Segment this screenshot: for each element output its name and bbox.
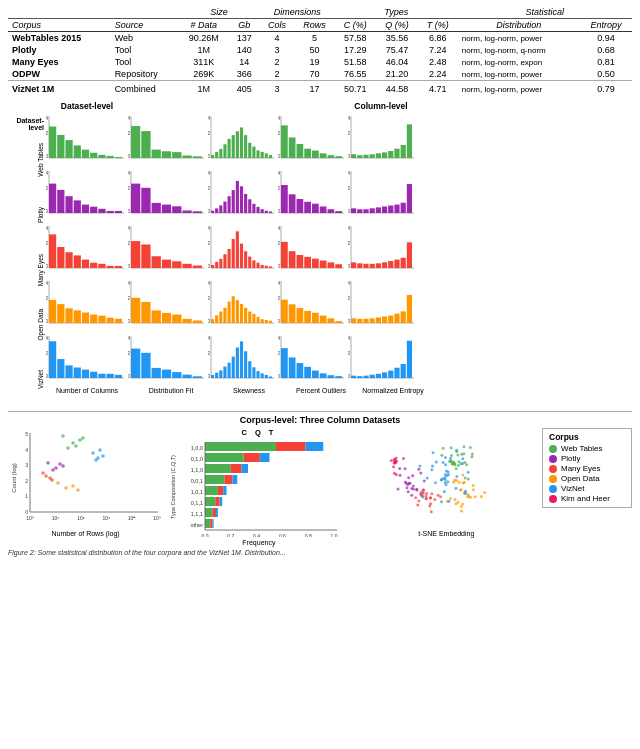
svg-text:0.4: 0.4	[278, 226, 280, 231]
svg-rect-256	[223, 308, 226, 323]
dist-fit-chart: 0.00.20.4	[128, 332, 206, 386]
svg-rect-286	[351, 318, 356, 323]
dist-fit-chart: 0.00.20.4	[128, 167, 206, 221]
svg-text:0.0: 0.0	[278, 319, 280, 324]
svg-rect-190	[256, 263, 259, 268]
svg-rect-11	[98, 155, 105, 158]
svg-rect-206	[335, 264, 342, 268]
svg-rect-288	[363, 319, 368, 323]
svg-rect-231	[82, 313, 89, 324]
svg-rect-235	[115, 319, 122, 323]
skewness-chart: 0.00.20.4	[208, 167, 276, 221]
svg-rect-247	[193, 320, 202, 323]
entropy-chart: 0.00.20.4	[348, 167, 416, 221]
svg-rect-71	[394, 149, 399, 158]
svg-rect-367	[394, 368, 399, 378]
svg-rect-143	[382, 206, 387, 213]
svg-text:0.4: 0.4	[208, 171, 210, 176]
svg-text:0.0: 0.0	[278, 374, 280, 379]
svg-rect-79	[49, 184, 56, 213]
svg-text:0.2: 0.2	[208, 351, 210, 356]
cot-labels: C Q T	[167, 428, 350, 437]
svg-rect-130	[320, 206, 327, 213]
svg-rect-57	[328, 155, 335, 158]
dataset-histogram: 0.00.20.4	[46, 112, 126, 166]
svg-rect-337	[252, 367, 255, 378]
table-row: VizNet 1MCombined1M40531750.7144.584.71n…	[8, 81, 632, 96]
svg-rect-73	[407, 124, 412, 158]
svg-rect-170	[162, 260, 171, 268]
svg-rect-86	[107, 211, 114, 213]
svg-rect-232	[90, 315, 97, 323]
svg-rect-301	[49, 341, 56, 378]
svg-rect-349	[297, 363, 304, 378]
x-label-num-cols: Number of Columns	[46, 387, 128, 394]
svg-rect-186	[240, 244, 243, 268]
svg-rect-318	[162, 370, 171, 378]
svg-rect-129	[312, 204, 319, 213]
table-row: PlotlyTool1M14035017.2975.477.24norm, lo…	[8, 44, 632, 56]
svg-rect-213	[357, 263, 362, 268]
chart-row: 0.00.20.40.00.20.40.00.20.40.00.20.40.00…	[46, 222, 632, 276]
svg-text:0.2: 0.2	[348, 351, 350, 356]
svg-text:0.4: 0.4	[348, 281, 350, 286]
svg-rect-173	[193, 265, 202, 268]
svg-rect-348	[289, 357, 296, 378]
th-gb: Gb	[229, 19, 260, 32]
svg-text:0.4: 0.4	[278, 171, 280, 176]
svg-text:0.4: 0.4	[348, 171, 350, 176]
svg-rect-352	[320, 373, 327, 378]
svg-rect-353	[328, 375, 335, 378]
svg-rect-118	[265, 211, 268, 213]
svg-rect-278	[320, 316, 327, 323]
svg-rect-307	[98, 374, 105, 378]
svg-rect-364	[376, 374, 381, 378]
svg-rect-306	[90, 372, 97, 378]
page: Size Dimensions Types Statistical Corpus…	[0, 0, 640, 562]
svg-rect-153	[49, 234, 56, 268]
legend-item: Open Data	[549, 474, 625, 483]
entropy-chart: 0.00.20.4	[348, 112, 416, 166]
legend-items: Web TablesPlotlyMany EyesOpen DataVizNet…	[549, 444, 625, 503]
svg-rect-264	[256, 317, 259, 323]
svg-rect-333	[236, 347, 239, 378]
svg-rect-290	[376, 317, 381, 323]
svg-rect-36	[232, 135, 235, 158]
svg-text:0.0: 0.0	[348, 264, 350, 269]
svg-text:0.0: 0.0	[46, 154, 48, 159]
svg-rect-242	[141, 302, 150, 323]
svg-rect-21	[152, 150, 161, 158]
svg-rect-93	[131, 184, 140, 213]
svg-rect-113	[244, 194, 247, 213]
svg-rect-315	[131, 349, 140, 378]
svg-rect-205	[328, 262, 335, 268]
dataset-histogram: 0.00.20.4	[46, 332, 126, 386]
svg-text:0.2: 0.2	[278, 131, 280, 136]
svg-text:0.4: 0.4	[278, 116, 280, 121]
svg-rect-45	[269, 155, 272, 158]
svg-text:0.2: 0.2	[278, 186, 280, 191]
svg-text:0.4: 0.4	[46, 281, 48, 286]
svg-text:0.0: 0.0	[128, 319, 130, 324]
svg-rect-329	[219, 370, 222, 378]
svg-rect-5	[49, 127, 56, 159]
column-header: Column-level	[130, 101, 632, 111]
svg-rect-127	[297, 199, 304, 213]
svg-text:0.4: 0.4	[46, 226, 48, 231]
th-statistical-group: Statistical	[458, 6, 632, 19]
svg-rect-52	[289, 137, 296, 158]
svg-rect-289	[370, 318, 375, 323]
outliers-chart: 0.00.20.4	[278, 222, 346, 276]
legend-color	[549, 465, 557, 473]
svg-rect-108	[223, 202, 226, 213]
th-q: Q (%)	[376, 19, 418, 32]
svg-text:0.0: 0.0	[208, 209, 210, 214]
svg-text:0.2: 0.2	[46, 186, 48, 191]
svg-rect-276	[304, 311, 311, 323]
dist-fit-chart: 0.00.20.4	[128, 222, 206, 276]
legend-panel: Corpus Web TablesPlotlyMany EyesOpen Dat…	[542, 428, 632, 508]
svg-rect-95	[152, 203, 161, 213]
svg-rect-366	[388, 371, 393, 378]
th-c: C (%)	[335, 19, 376, 32]
type-comp-chart	[167, 437, 342, 537]
